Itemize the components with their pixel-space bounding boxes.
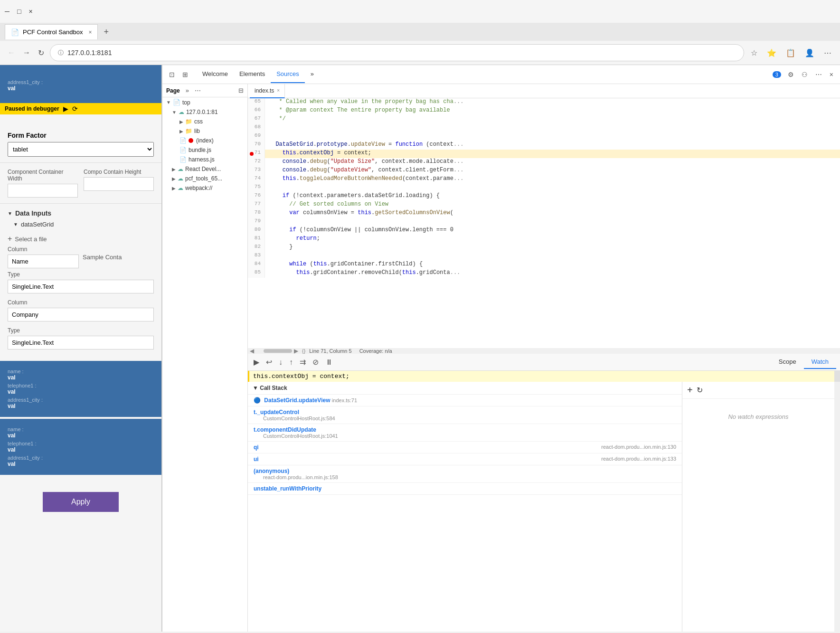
line-number: 81 bbox=[248, 235, 265, 244]
collections-icon[interactable]: ⭐ bbox=[764, 47, 779, 59]
devtools-experiments-button[interactable]: ⚇ bbox=[799, 69, 811, 80]
back-button[interactable]: ← bbox=[6, 47, 17, 59]
browser-sync-icon[interactable]: 📋 bbox=[783, 47, 798, 59]
panel-scrollbar[interactable] bbox=[834, 382, 840, 632]
new-tab-button[interactable]: + bbox=[100, 25, 113, 39]
line-content: // Get sorted columns on View bbox=[265, 201, 840, 209]
tab-welcome[interactable]: Welcome bbox=[197, 66, 234, 83]
forward-button[interactable]: → bbox=[21, 47, 32, 59]
file-tab-index[interactable]: index.ts × bbox=[250, 84, 285, 98]
tree-item-css[interactable]: ▶ 📁 css bbox=[162, 117, 247, 126]
line-number: 67 bbox=[248, 115, 265, 124]
tree-item-react[interactable]: ▶ ☁ React Devel... bbox=[162, 164, 247, 174]
container-height-input[interactable] bbox=[84, 177, 154, 191]
watch-tab[interactable]: Watch bbox=[804, 355, 836, 369]
minimize-button[interactable]: ─ bbox=[5, 8, 9, 15]
file-tab-close[interactable]: × bbox=[277, 88, 280, 93]
call-stack-item-4[interactable]: ui react-dom.produ...ion.min.js:133 bbox=[248, 453, 682, 465]
favorites-icon[interactable]: ☆ bbox=[748, 47, 760, 59]
tree-item-index[interactable]: 📄 (index) bbox=[162, 136, 247, 145]
call-stack-item-5[interactable]: (anonymous) react-dom.produ...ion.min.js… bbox=[248, 465, 682, 483]
scroll-right-btn[interactable]: ▶ bbox=[294, 348, 298, 354]
frame-function: qi bbox=[254, 444, 259, 451]
call-stack-header[interactable]: ▼ Call Stack bbox=[248, 382, 682, 395]
form-factor-select[interactable]: tablet bbox=[8, 142, 154, 157]
dataset-grid-header[interactable]: ▼ dataSetGrid bbox=[13, 221, 154, 228]
tree-item-host[interactable]: ▼ ☁ 127.0.0.1:81 bbox=[162, 107, 247, 117]
scope-tab[interactable]: Scope bbox=[771, 355, 804, 369]
sidebar-more-button[interactable]: » bbox=[184, 86, 191, 95]
call-stack-item-3[interactable]: qi react-dom.produ...ion.min.js:130 bbox=[248, 442, 682, 453]
select-file-row[interactable]: + Select a file bbox=[8, 232, 154, 246]
sample-text: Sample Conta bbox=[83, 254, 154, 261]
horizontal-scrollbar[interactable]: ◀ ▶ {} Line 71, Column 5 Coverage: n/a bbox=[248, 348, 840, 354]
device-toolbar-button[interactable]: ⊞ bbox=[179, 69, 191, 80]
tree-item-harness[interactable]: 📄 harness.js bbox=[162, 155, 247, 164]
line-number: 73 bbox=[248, 167, 265, 175]
tab-elements[interactable]: Elements bbox=[234, 66, 271, 83]
tree-item-webpack[interactable]: ▶ ☁ webpack:// bbox=[162, 183, 247, 193]
step-button[interactable]: ⇉ bbox=[298, 357, 308, 368]
step-into-button[interactable]: ↓ bbox=[277, 357, 284, 368]
call-stack-item-2[interactable]: t.componentDidUpdate CustomControlHostRo… bbox=[248, 424, 682, 442]
current-frame-icon: 🔵 bbox=[254, 397, 261, 404]
pause-on-exceptions-button[interactable]: ⏸ bbox=[323, 357, 335, 368]
column1-label: Column bbox=[8, 246, 79, 253]
sidebar-toggle-button[interactable]: ⊟ bbox=[236, 86, 245, 95]
container-width-input[interactable] bbox=[8, 184, 78, 198]
tab-sources[interactable]: Sources bbox=[271, 66, 305, 83]
data-inputs-header[interactable]: ▼ Data Inputs bbox=[8, 209, 154, 217]
devtools-settings-button[interactable]: ⚙ bbox=[785, 69, 797, 80]
step-out-button[interactable]: ↑ bbox=[287, 357, 295, 368]
devtools-close-button[interactable]: × bbox=[827, 69, 836, 80]
step-over-button[interactable]: ⟳ bbox=[72, 105, 78, 113]
refresh-button[interactable]: ↻ bbox=[36, 47, 46, 59]
maximize-button[interactable]: □ bbox=[17, 8, 21, 15]
resume-button[interactable]: ▶ bbox=[252, 357, 261, 368]
column1-input[interactable] bbox=[8, 255, 79, 268]
line-number: 78 bbox=[248, 209, 265, 218]
settings-menu-icon[interactable]: ⋯ bbox=[821, 47, 834, 59]
tree-item-lib[interactable]: ▶ 📁 lib bbox=[162, 126, 247, 136]
tab-close-button[interactable]: × bbox=[88, 29, 92, 36]
add-watch-button[interactable]: + bbox=[687, 385, 693, 396]
close-window-button[interactable]: × bbox=[28, 8, 32, 15]
sources-layout: Page » ⋯ ⊟ ▼ 📄 top ▼ ☁ 127.0.0.1:81 bbox=[162, 84, 840, 632]
resume-debugger-button[interactable]: ▶ bbox=[63, 105, 68, 113]
tree-item-top[interactable]: ▼ 📄 top bbox=[162, 97, 247, 107]
code-line-65: 65 * Called when any value in the proper… bbox=[248, 98, 840, 107]
column2-input[interactable] bbox=[8, 308, 154, 321]
profile-icon[interactable]: 👤 bbox=[802, 47, 817, 59]
refresh-watch-button[interactable]: ↻ bbox=[697, 386, 703, 395]
frame-location: react-dom.produ...ion.min.js:130 bbox=[601, 444, 676, 451]
scroll-left-btn[interactable]: ◀ bbox=[250, 348, 254, 354]
tree-item-pcf[interactable]: ▶ ☁ pcf_tools_65... bbox=[162, 174, 247, 183]
line-scrollbar[interactable] bbox=[834, 371, 840, 382]
devtools-menu-button[interactable]: ⋯ bbox=[812, 69, 825, 80]
inspect-element-button[interactable]: ⊡ bbox=[166, 69, 178, 80]
call-stack-item-6[interactable]: unstable_runWithPriority bbox=[248, 483, 682, 495]
tab-more[interactable]: » bbox=[305, 66, 320, 83]
call-stack-item-0[interactable]: 🔵 DataSetGrid.updateView index.ts:71 bbox=[248, 395, 682, 406]
address-bar[interactable]: ⓘ 127.0.0.1:8181 bbox=[50, 44, 744, 61]
frame-function: ui bbox=[254, 456, 259, 463]
sidebar-menu-button[interactable]: ⋯ bbox=[193, 86, 203, 95]
step-over-button[interactable]: ↩ bbox=[264, 357, 274, 368]
frame-location: CustomControlHostRoot.js:584 bbox=[263, 416, 676, 421]
tree-item-bundle[interactable]: 📄 bundle.js bbox=[162, 145, 247, 155]
type1-input[interactable] bbox=[8, 280, 154, 293]
type2-input[interactable] bbox=[8, 336, 154, 350]
container-width-label: Component Container Width bbox=[8, 169, 78, 182]
code-editor: index.ts × 65 * Called when any value in… bbox=[248, 84, 840, 632]
scroll-thumb[interactable] bbox=[264, 349, 292, 353]
expand-icon: ▼ bbox=[172, 110, 177, 115]
code-lines: 65 * Called when any value in the proper… bbox=[248, 98, 840, 348]
call-stack-item-1[interactable]: t._updateControl CustomControlHostRoot.j… bbox=[248, 406, 682, 424]
browser-tab-active[interactable]: 📄 PCF Control Sandbox × bbox=[5, 24, 98, 39]
expand-icon: ▼ bbox=[166, 100, 171, 105]
deactivate-breakpoints-button[interactable]: ⊘ bbox=[311, 357, 321, 368]
call-stack-panel: ▼ Call Stack 🔵 DataSetGrid.updateView in… bbox=[248, 382, 682, 632]
bottom-panels: ▼ Call Stack 🔵 DataSetGrid.updateView in… bbox=[248, 382, 840, 632]
type1-label: Type bbox=[8, 271, 154, 278]
apply-button[interactable]: Apply bbox=[43, 492, 119, 512]
